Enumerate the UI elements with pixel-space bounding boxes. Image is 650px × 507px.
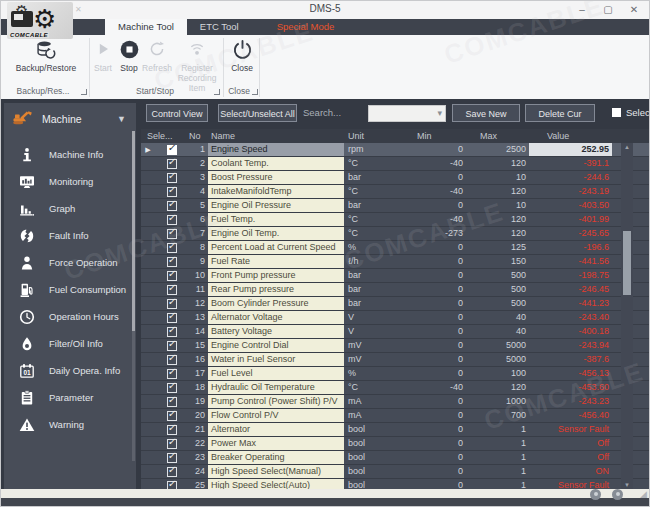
maximize-button[interactable]: ▢ (595, 1, 621, 19)
row-checkbox-icon[interactable] (167, 439, 177, 449)
table-row[interactable]: 25High Speed Select(Auto)bool01Sensor Fa… (141, 479, 649, 489)
table-row[interactable]: 19Pump Control (Power Shift) P/VmA01000-… (141, 395, 649, 409)
machine-selector[interactable]: Machine ▼ (4, 103, 136, 133)
tab-machine-tool[interactable]: Machine Tool (105, 19, 187, 35)
tab-etc-tool[interactable]: ETC Tool (187, 19, 252, 35)
table-row[interactable]: 7Engine Oil Temp.°C-273120-245.65 (141, 227, 649, 241)
table-row[interactable]: 11Rear Pump pressurebar0500-246.45 (141, 283, 649, 297)
row-name[interactable]: Front Pump pressure (208, 269, 344, 282)
table-row[interactable]: 15Engine Control DialmV05000-243.94 (141, 339, 649, 353)
delete-cur-group-button[interactable]: Delete Cur Group (525, 104, 595, 122)
table-row[interactable]: 14Battery VoltageV040-400.18 (141, 325, 649, 339)
row-checkbox-icon[interactable] (167, 453, 177, 463)
table-row[interactable]: 8Percent Load at Current Speed%0125-196.… (141, 241, 649, 255)
close-window-button[interactable]: ✕ (621, 1, 647, 19)
table-row[interactable]: 10Front Pump pressurebar0500-198.75 (141, 269, 649, 283)
row-checkbox-icon[interactable] (167, 145, 177, 155)
sidebar-item-filter-oil-info[interactable]: Filter/Oil Info (4, 330, 136, 357)
scroll-up-icon[interactable]: ▲ (621, 144, 633, 150)
row-name[interactable]: Boost Pressure (208, 171, 344, 184)
row-checkbox-icon[interactable] (167, 397, 177, 407)
stop-button[interactable]: Stop (115, 39, 143, 74)
table-row[interactable]: 6Fuel Temp.°C-40120-401.99 (141, 213, 649, 227)
scrollbar-thumb[interactable] (623, 231, 631, 295)
group-combobox[interactable]: ▾ (368, 105, 446, 122)
sidebar-item-machine-info[interactable]: Machine Info (4, 141, 136, 168)
dialog-launcher-icon[interactable] (252, 89, 258, 95)
header-name[interactable]: Name (207, 129, 344, 143)
table-row[interactable]: 23Breaker Operatingbool01Off (141, 451, 649, 465)
row-name[interactable]: Alternator (208, 423, 344, 436)
sidebar-scrollbar[interactable] (132, 131, 135, 461)
row-checkbox-icon[interactable] (167, 313, 177, 323)
close-button[interactable]: Close (227, 39, 257, 74)
row-checkbox-icon[interactable] (167, 257, 177, 267)
row-checkbox-icon[interactable] (167, 481, 177, 490)
row-name[interactable]: Fuel Rate (208, 255, 344, 268)
search-input[interactable]: Search... (303, 107, 341, 118)
row-checkbox-icon[interactable] (167, 341, 177, 351)
table-row[interactable]: 5Engine Oil Pressurebar010-403.50 (141, 199, 649, 213)
table-row[interactable]: 18Hydraulic Oil Temperature°C-40120-453.… (141, 381, 649, 395)
row-checkbox-icon[interactable] (167, 173, 177, 183)
row-checkbox-icon[interactable] (167, 159, 177, 169)
sidebar-item-fuel-consumption[interactable]: Fuel Consumption (4, 276, 136, 303)
table-scrollbar[interactable]: ▲ ▼ (621, 143, 633, 489)
row-name[interactable]: Pump Control (Power Shift) P/V (208, 395, 344, 408)
table-row[interactable]: 21Alternatorbool01Sensor Fault (141, 423, 649, 437)
nav-dot-button[interactable] (612, 489, 623, 500)
row-checkbox-icon[interactable] (167, 187, 177, 197)
row-checkbox-icon[interactable] (167, 299, 177, 309)
table-row[interactable]: 12Boom Cylinder Pressurebar0500-441.23 (141, 297, 649, 311)
header-unit[interactable]: Unit (344, 129, 409, 143)
table-row[interactable]: 13Alternator VoltageV040-243.40 (141, 311, 649, 325)
row-name[interactable]: IntakeManifoldTemp (208, 185, 344, 198)
row-name[interactable]: Battery Voltage (208, 325, 344, 338)
header-min[interactable]: Min (409, 129, 466, 143)
row-checkbox-icon[interactable] (167, 369, 177, 379)
row-name[interactable]: Engine Oil Pressure (208, 199, 344, 212)
sidebar-item-parameter[interactable]: Parameter (4, 384, 136, 411)
row-checkbox-icon[interactable] (167, 411, 177, 421)
row-name[interactable]: Boom Cylinder Pressure (208, 297, 344, 310)
table-row[interactable]: 3Boost Pressurebar010-244.6 (141, 171, 649, 185)
row-checkbox-icon[interactable] (167, 383, 177, 393)
sidebar-item-graph[interactable]: Graph (4, 195, 136, 222)
row-checkbox-icon[interactable] (167, 271, 177, 281)
table-row[interactable]: 2Coolant Temp.°C-40120-391.1 (141, 157, 649, 171)
dialog-launcher-icon[interactable] (81, 89, 87, 95)
header-no[interactable]: No (189, 129, 207, 143)
row-name[interactable]: Hydraulic Oil Temperature (208, 381, 344, 394)
sidebar-item-daily-opera-info[interactable]: 01Daily Opera. Info (4, 357, 136, 384)
header-value[interactable]: Value (529, 129, 612, 143)
row-name[interactable]: Engine Oil Temp. (208, 227, 344, 240)
resize-grip-icon[interactable]: ◢ (640, 489, 647, 499)
row-name[interactable]: Fuel Level (208, 367, 344, 380)
row-checkbox-icon[interactable] (167, 243, 177, 253)
table-row[interactable]: ▶1Engine Speedrpm02500252.95 (141, 143, 649, 157)
scroll-down-icon[interactable]: ▼ (621, 482, 633, 488)
row-name[interactable]: Coolant Temp. (208, 157, 344, 170)
table-row[interactable]: 16Water in Fuel SensormV05000-387.6 (141, 353, 649, 367)
row-name[interactable]: Fuel Temp. (208, 213, 344, 226)
row-checkbox-icon[interactable] (167, 201, 177, 211)
table-row[interactable]: 9Fuel Rateℓ/h0150-441.56 (141, 255, 649, 269)
sidebar-item-force-operation[interactable]: Force Operation (4, 249, 136, 276)
row-checkbox-icon[interactable] (167, 425, 177, 435)
start-button[interactable]: Start (89, 39, 117, 74)
header-max[interactable]: Max (466, 129, 529, 143)
row-checkbox-icon[interactable] (167, 355, 177, 365)
row-name[interactable]: Water in Fuel Sensor (208, 353, 344, 366)
row-checkbox-icon[interactable] (167, 215, 177, 225)
table-row[interactable]: 20Flow Control P/VmA0700-456.40 (141, 409, 649, 423)
row-checkbox-icon[interactable] (167, 229, 177, 239)
row-name[interactable]: Engine Control Dial (208, 339, 344, 352)
table-row[interactable]: 22Power Maxbool01Off (141, 437, 649, 451)
row-name[interactable]: Percent Load at Current Speed (208, 241, 344, 254)
dialog-launcher-icon[interactable] (214, 89, 220, 95)
selected-checkbox[interactable]: Selecte (612, 107, 650, 118)
row-name[interactable]: Alternator Voltage (208, 311, 344, 324)
nav-dot-button[interactable] (590, 489, 601, 500)
table-row[interactable]: 17Fuel Level%0100-456.13 (141, 367, 649, 381)
control-view-button[interactable]: Control View (146, 104, 208, 122)
